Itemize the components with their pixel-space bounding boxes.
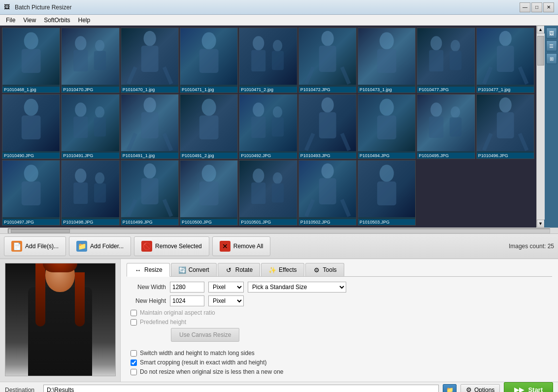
options-button[interactable]: ⚙ Options xyxy=(460,384,500,392)
image-filename: P1010471_2.jpg xyxy=(239,87,296,93)
image-cell[interactable]: P1010499.JPG xyxy=(121,160,179,226)
tab-rotate[interactable]: ↺ Rotate xyxy=(218,263,260,276)
standard-size-select[interactable]: Pick a Standard Size 640x480 800x600 102… xyxy=(248,282,346,293)
svg-rect-57 xyxy=(496,112,514,138)
start-label: Start xyxy=(528,386,543,392)
image-filename: P1010496.JPG xyxy=(477,153,534,159)
scroll-thumb[interactable] xyxy=(537,36,544,65)
menu-file[interactable]: File xyxy=(2,16,19,25)
destination-browse-button[interactable]: 📁 xyxy=(443,384,457,392)
image-cell[interactable]: P1010501.JPG xyxy=(239,160,297,226)
panel-icon-image[interactable]: 🖼 xyxy=(546,28,557,38)
right-panel: 🖼 ☰ ⊞ xyxy=(544,26,558,228)
scroll-up-button[interactable]: ▲ xyxy=(537,26,545,33)
smart-crop-checkbox[interactable] xyxy=(131,359,137,366)
svg-line-78 xyxy=(306,200,313,217)
remove-all-icon: ✕ xyxy=(220,241,230,252)
smart-crop-label[interactable]: Smart cropping (result in exact width an… xyxy=(140,359,266,366)
tab-convert[interactable]: 🔄 Convert xyxy=(171,263,217,276)
svg-point-26 xyxy=(499,31,511,46)
svg-rect-41 xyxy=(199,115,219,139)
image-cell[interactable]: P1010502.JPG xyxy=(298,160,357,226)
image-cell[interactable]: P1010470.JPG xyxy=(61,28,119,93)
image-filename: P1010491_2.jpg xyxy=(180,153,237,159)
image-cell[interactable]: P1010477.JPG xyxy=(417,28,475,93)
svg-rect-1 xyxy=(22,49,41,72)
svg-point-66 xyxy=(143,163,156,179)
add-folder-label: Add Folder... xyxy=(90,243,124,250)
predefined-height-label[interactable]: Predefined height xyxy=(140,319,186,326)
height-input[interactable] xyxy=(170,295,204,306)
image-cell[interactable]: P1010492.JPG xyxy=(239,94,297,160)
close-button[interactable]: ✕ xyxy=(543,2,554,12)
svg-point-76 xyxy=(321,163,333,179)
switch-wh-checkbox[interactable] xyxy=(131,350,137,357)
scroll-track[interactable] xyxy=(537,33,545,220)
svg-line-49 xyxy=(342,133,349,150)
svg-rect-77 xyxy=(319,178,336,204)
image-cell[interactable]: P1010490.JPG xyxy=(2,94,60,160)
toolbar: 📄 Add File(s)... 📁 Add Folder... 🚫 Remov… xyxy=(0,233,558,259)
svg-point-14 xyxy=(273,40,282,51)
image-cell[interactable]: P1010493.JPG xyxy=(298,94,357,160)
image-cell[interactable]: P1010473_1.jpg xyxy=(358,28,416,93)
tab-resize[interactable]: ↔ Resize xyxy=(127,263,170,277)
maximize-button[interactable]: □ xyxy=(531,2,542,12)
svg-point-80 xyxy=(380,165,394,182)
grid-scrollbar[interactable]: ▲ ▼ xyxy=(536,26,544,228)
scroll-down-button[interactable]: ▼ xyxy=(537,220,545,228)
no-resize-label[interactable]: Do not resize when original size is less… xyxy=(140,368,284,375)
maintain-aspect-label[interactable]: Maintain original aspect ratio xyxy=(140,309,215,316)
image-cell[interactable]: P1010495.JPG xyxy=(417,94,475,160)
image-cell[interactable]: P1010470_1.jpg xyxy=(121,28,179,93)
image-cell[interactable]: P1010494.JPG xyxy=(358,94,416,160)
remove-all-button[interactable]: ✕ Remove All xyxy=(212,236,271,256)
image-cell[interactable]: P1010471_1.jpg xyxy=(180,28,238,93)
image-cell[interactable]: P1010477_1.jpg xyxy=(476,28,534,93)
canvas-resize-button[interactable]: Use Canvas Resize xyxy=(171,328,239,342)
no-resize-checkbox[interactable] xyxy=(131,369,137,375)
menu-softorbits[interactable]: SoftOrbits xyxy=(40,16,74,25)
image-cell[interactable]: P1010491_2.jpg xyxy=(180,94,238,160)
tab-convert-label: Convert xyxy=(189,266,209,273)
width-input[interactable] xyxy=(170,282,204,293)
image-cell[interactable]: P1010496.JPG xyxy=(476,94,534,160)
menu-help[interactable]: Help xyxy=(74,16,95,25)
image-cell[interactable]: P1010491_1.jpg xyxy=(121,94,179,160)
width-unit-select[interactable]: Pixel Percent cm inch xyxy=(208,282,244,293)
remove-selected-button[interactable]: 🚫 Remove Selected xyxy=(134,236,209,256)
image-cell[interactable]: P1010498.JPG xyxy=(61,160,119,226)
svg-rect-23 xyxy=(429,50,444,71)
panel-icon-grid[interactable]: ⊞ xyxy=(546,53,557,64)
image-cell[interactable]: P1010472.JPG xyxy=(298,28,357,93)
menu-view[interactable]: View xyxy=(19,16,40,25)
width-row: New Width Pixel Percent cm inch Pick a S… xyxy=(127,282,552,293)
image-cell[interactable]: P1010491.JPG xyxy=(61,94,119,160)
svg-point-6 xyxy=(143,31,156,46)
predefined-height-checkbox[interactable] xyxy=(131,319,137,326)
switch-wh-label[interactable]: Switch width and height to match long si… xyxy=(140,350,255,357)
h-scroll-track[interactable] xyxy=(8,229,550,233)
tab-effects[interactable]: ✨ Effects xyxy=(261,263,304,276)
image-cell[interactable]: P1010500.JPG xyxy=(180,160,238,226)
app-icon: 🖼 xyxy=(4,3,12,11)
panel-icon-list[interactable]: ☰ xyxy=(546,40,557,51)
minimize-button[interactable]: — xyxy=(520,2,530,12)
tab-tools[interactable]: ⚙ Tools xyxy=(305,263,344,276)
start-button[interactable]: ▶▶ Start xyxy=(504,382,553,392)
add-folder-button[interactable]: 📁 Add Folder... xyxy=(69,236,131,256)
tools-icon: ⚙ xyxy=(313,266,321,274)
image-cell[interactable]: P1010471_2.jpg xyxy=(239,28,297,93)
add-files-button[interactable]: 📄 Add File(s)... xyxy=(4,236,66,256)
maintain-aspect-row: Maintain original aspect ratio xyxy=(127,309,552,316)
image-cell[interactable]: P1010497.JPG xyxy=(2,160,60,226)
image-cell[interactable]: P1010503.JPG xyxy=(358,160,416,226)
h-scroll-thumb[interactable] xyxy=(11,229,70,233)
svg-rect-47 xyxy=(319,112,336,138)
maintain-aspect-checkbox[interactable] xyxy=(131,310,137,316)
image-cell[interactable]: P1010468_1.jpg xyxy=(2,28,60,93)
height-unit-select[interactable]: Pixel Percent cm inch xyxy=(208,295,244,306)
destination-input[interactable] xyxy=(43,385,439,392)
horizontal-scrollbar[interactable] xyxy=(0,228,558,233)
start-icon: ▶▶ xyxy=(514,386,524,392)
